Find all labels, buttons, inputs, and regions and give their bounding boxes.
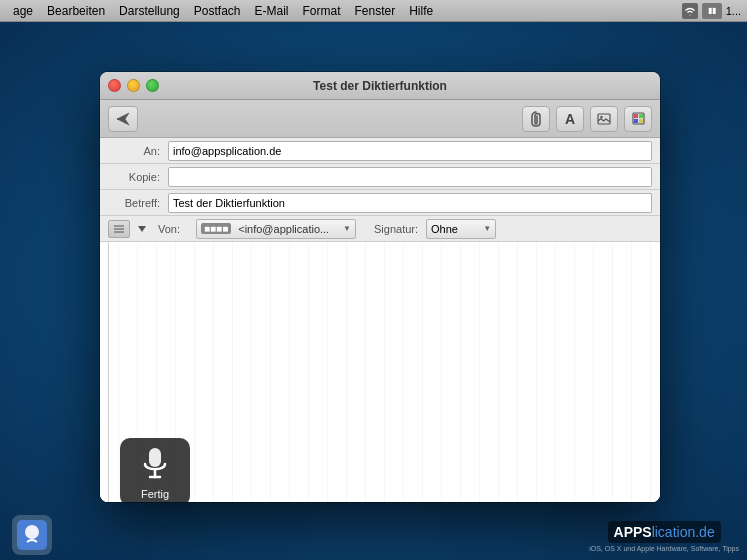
- compose-window: Test der Diktierfunktion A: [100, 72, 660, 502]
- colors-button[interactable]: [624, 106, 652, 132]
- signature-select[interactable]: Ohne ▼: [426, 219, 496, 239]
- signature-label: Signatur:: [374, 223, 418, 235]
- body-area: Fertig: [100, 242, 660, 502]
- from-label: Von:: [158, 223, 188, 235]
- subject-row: Betreff:: [100, 190, 660, 216]
- svg-rect-4: [639, 114, 643, 118]
- menu-item-age[interactable]: age: [6, 0, 40, 21]
- dictation-overlay: Fertig: [120, 438, 190, 502]
- from-select[interactable]: ■■■■ <info@applicatio... ▼: [196, 219, 356, 239]
- format-button[interactable]: [108, 220, 130, 238]
- photo-button[interactable]: [590, 106, 618, 132]
- toolbar: A: [100, 100, 660, 138]
- svg-rect-6: [639, 119, 643, 123]
- svg-point-15: [25, 525, 39, 539]
- desktop: Test der Diktierfunktion A: [0, 22, 747, 560]
- form-area: An: Kopie: Betreff:: [100, 138, 660, 242]
- microphone-icon: [140, 446, 170, 484]
- attachment-button[interactable]: [522, 106, 550, 132]
- svg-rect-5: [634, 119, 638, 123]
- menubar-time: 1...: [726, 5, 741, 17]
- svg-rect-11: [149, 448, 161, 467]
- to-label: An:: [108, 145, 168, 157]
- font-button[interactable]: A: [556, 106, 584, 132]
- menu-item-format[interactable]: Format: [296, 0, 348, 21]
- titlebar: Test der Diktierfunktion: [100, 72, 660, 100]
- menu-item-postfach[interactable]: Postfach: [187, 0, 248, 21]
- dictation-label[interactable]: Fertig: [141, 488, 169, 500]
- menu-item-darstellung[interactable]: Darstellung: [112, 0, 187, 21]
- menu-item-bearbeiten[interactable]: Bearbeiten: [40, 0, 112, 21]
- signature-arrow: ▼: [483, 224, 491, 233]
- menu-item-email[interactable]: E-Mail: [247, 0, 295, 21]
- svg-marker-10: [138, 226, 146, 232]
- maximize-button[interactable]: [146, 79, 159, 92]
- cc-input[interactable]: [168, 167, 652, 187]
- battery-icon: ▮▮: [702, 3, 722, 19]
- svg-rect-3: [634, 114, 638, 118]
- menu-item-hilfe[interactable]: Hilfe: [402, 0, 440, 21]
- close-button[interactable]: [108, 79, 121, 92]
- signature-value: Ohne: [431, 223, 458, 235]
- subject-input[interactable]: [168, 193, 652, 213]
- wifi-icon: [682, 3, 698, 19]
- cc-label: Kopie:: [108, 171, 168, 183]
- from-select-arrow: ▼: [343, 224, 351, 233]
- menubar: age Bearbeiten Darstellung Postfach E-Ma…: [0, 0, 747, 22]
- to-input[interactable]: [168, 141, 652, 161]
- to-row: An:: [100, 138, 660, 164]
- window-buttons: [108, 79, 159, 92]
- subject-label: Betreff:: [108, 197, 168, 209]
- from-row: Von: ■■■■ <info@applicatio... ▼ Signatur…: [100, 216, 660, 242]
- dock-item-finder[interactable]: [12, 515, 52, 555]
- minimize-button[interactable]: [127, 79, 140, 92]
- send-button[interactable]: [108, 106, 138, 132]
- svg-point-1: [600, 115, 602, 117]
- cc-row: Kopie:: [100, 164, 660, 190]
- menubar-right: ▮▮ 1...: [682, 3, 741, 19]
- dock: [0, 505, 747, 560]
- menu-item-fenster[interactable]: Fenster: [348, 0, 403, 21]
- window-title: Test der Diktierfunktion: [313, 79, 447, 93]
